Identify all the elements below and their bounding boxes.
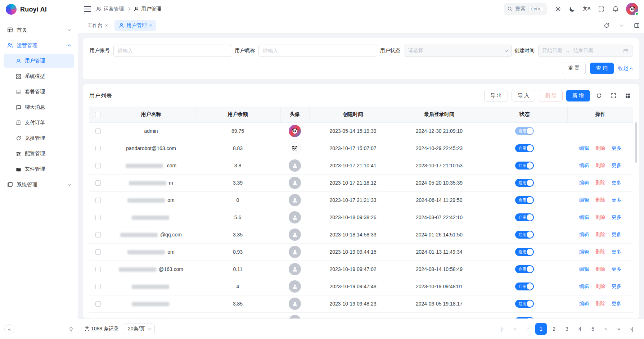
- first-page-button[interactable]: |‹: [496, 323, 508, 335]
- more-link[interactable]: 更多: [612, 301, 621, 306]
- last-page-button[interactable]: ›|: [626, 323, 638, 335]
- hamburger-menu-icon[interactable]: [84, 6, 91, 12]
- page-button-5[interactable]: 5: [587, 323, 599, 335]
- back-pages-button[interactable]: «: [509, 323, 521, 335]
- row-checkbox[interactable]: [95, 267, 101, 272]
- sidebar-item-config-management[interactable]: 配置管理: [4, 146, 74, 161]
- sidebar-item-exchange-management[interactable]: 兑换管理: [4, 131, 74, 145]
- collapse-filters-link[interactable]: 收起: [618, 65, 632, 72]
- delete-link[interactable]: 删除: [595, 180, 605, 185]
- delete-link[interactable]: 删除: [595, 301, 605, 306]
- row-checkbox[interactable]: [95, 163, 101, 168]
- edit-link[interactable]: 编辑: [579, 163, 589, 168]
- edit-link[interactable]: 编辑: [579, 301, 589, 306]
- page-button-2[interactable]: 2: [548, 323, 560, 335]
- date-range-picker[interactable]: 开始日期 → 结束日期: [538, 45, 632, 57]
- more-link[interactable]: 更多: [612, 249, 621, 254]
- delete-link[interactable]: 删除: [595, 214, 605, 220]
- notifications-bell-icon[interactable]: [609, 3, 622, 15]
- edit-link[interactable]: 编辑: [579, 214, 589, 220]
- edit-link[interactable]: 编辑: [579, 266, 589, 272]
- forward-pages-button[interactable]: »: [613, 323, 625, 335]
- nickname-input[interactable]: [258, 45, 377, 57]
- search-button[interactable]: 查 询: [590, 63, 614, 74]
- status-toggle[interactable]: 启用: [515, 127, 534, 135]
- sidebar-item-file-management[interactable]: 文件管理: [4, 162, 74, 176]
- status-toggle[interactable]: 启用: [515, 300, 534, 308]
- fullscreen-icon[interactable]: [595, 3, 607, 15]
- account-input[interactable]: [113, 45, 232, 57]
- tab-user-management[interactable]: 用户管理 ×: [114, 20, 157, 31]
- edit-link[interactable]: 编辑: [579, 180, 589, 185]
- row-checkbox[interactable]: [95, 232, 101, 238]
- status-toggle[interactable]: 启用: [515, 144, 534, 152]
- status-toggle[interactable]: 启用: [515, 196, 534, 204]
- more-link[interactable]: 更多: [612, 163, 621, 168]
- status-toggle[interactable]: 启用: [515, 265, 534, 273]
- chevron-down-icon[interactable]: [614, 18, 629, 33]
- add-button[interactable]: 新 增: [566, 90, 590, 101]
- translate-icon[interactable]: 文A: [581, 3, 593, 15]
- tab-workbench[interactable]: 工作台 ×: [83, 20, 112, 31]
- row-checkbox[interactable]: [95, 301, 101, 307]
- refresh-icon[interactable]: [594, 90, 604, 101]
- delete-button[interactable]: 删 除: [539, 90, 563, 101]
- close-icon[interactable]: ×: [105, 23, 108, 28]
- sidebar-item-system-model[interactable]: 系统模型: [4, 69, 74, 83]
- edit-link[interactable]: 编辑: [579, 284, 589, 289]
- more-link[interactable]: 更多: [612, 318, 621, 318]
- global-search-input[interactable]: 搜索 Ctrl K: [504, 3, 547, 15]
- page-button-3[interactable]: 3: [561, 323, 573, 335]
- more-link[interactable]: 更多: [612, 232, 621, 237]
- delete-link[interactable]: 删除: [595, 163, 605, 168]
- delete-link[interactable]: 删除: [595, 232, 605, 237]
- sidebar-item-user-management[interactable]: 用户管理: [4, 54, 74, 68]
- sidebar-item-system-management[interactable]: 系统管理: [4, 177, 74, 192]
- page-button-1[interactable]: 1: [535, 323, 547, 335]
- status-toggle[interactable]: 启用: [515, 282, 534, 290]
- expand-icon[interactable]: [608, 90, 619, 101]
- row-checkbox[interactable]: [95, 198, 101, 203]
- row-checkbox[interactable]: [95, 180, 101, 186]
- row-checkbox[interactable]: [95, 215, 101, 220]
- row-checkbox[interactable]: [95, 284, 101, 289]
- sidebar-item-package-management[interactable]: 套餐管理: [4, 85, 74, 99]
- status-toggle[interactable]: 启用: [515, 162, 534, 170]
- sidebar-item-chat-messages[interactable]: 聊天消息: [4, 100, 74, 114]
- row-checkbox[interactable]: [95, 146, 101, 151]
- page-button-4[interactable]: 4: [574, 323, 586, 335]
- more-link[interactable]: 更多: [612, 197, 621, 203]
- delete-link[interactable]: 删除: [595, 145, 605, 151]
- edit-link[interactable]: 编辑: [579, 249, 589, 254]
- export-button[interactable]: 导 出: [484, 90, 508, 101]
- refresh-icon[interactable]: [599, 18, 614, 33]
- edit-link[interactable]: 编辑: [579, 197, 589, 203]
- scrollbar-thumb[interactable]: [635, 122, 637, 163]
- status-toggle[interactable]: 启用: [515, 317, 534, 318]
- more-link[interactable]: 更多: [612, 145, 621, 151]
- column-settings-icon[interactable]: [622, 90, 633, 101]
- import-button[interactable]: 导 入: [512, 90, 535, 101]
- sidebar-item-payment-orders[interactable]: 支付订单: [4, 116, 74, 130]
- more-link[interactable]: 更多: [612, 266, 621, 272]
- next-page-button[interactable]: ›: [600, 323, 612, 335]
- delete-link[interactable]: 删除: [595, 318, 605, 318]
- status-toggle[interactable]: 启用: [515, 179, 534, 187]
- prev-page-button[interactable]: ‹: [522, 323, 534, 335]
- edit-link[interactable]: 编辑: [579, 318, 589, 318]
- close-icon[interactable]: ×: [149, 23, 152, 28]
- row-checkbox[interactable]: [95, 128, 101, 134]
- dark-mode-moon-icon[interactable]: [566, 3, 578, 15]
- reset-button[interactable]: 重 置: [562, 63, 586, 74]
- delete-link[interactable]: 删除: [595, 284, 605, 289]
- edit-link[interactable]: 编辑: [579, 145, 589, 151]
- status-toggle[interactable]: 启用: [515, 231, 534, 239]
- sidebar-item-home[interactable]: 首页: [4, 23, 74, 37]
- user-avatar[interactable]: [626, 3, 638, 15]
- edit-link[interactable]: 编辑: [579, 232, 589, 237]
- pin-icon[interactable]: [68, 327, 74, 333]
- row-checkbox[interactable]: [95, 249, 101, 255]
- more-link[interactable]: 更多: [612, 180, 621, 185]
- status-select[interactable]: 请选择: [404, 45, 512, 57]
- breadcrumb-item-user-management[interactable]: 用户管理: [134, 6, 161, 12]
